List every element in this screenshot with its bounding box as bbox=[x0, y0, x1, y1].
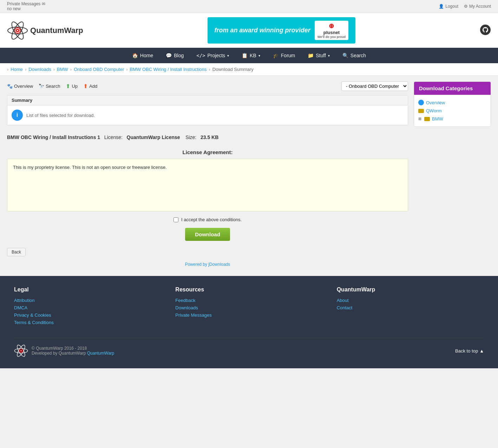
breadcrumb-downloads[interactable]: Downloads bbox=[28, 67, 51, 72]
accept-checkbox[interactable] bbox=[173, 217, 178, 222]
home-icon: 🏠 bbox=[132, 53, 138, 58]
main-wrapper: 🐾 Overview 🔭 Search ⬆ Up ⬆ Add bbox=[0, 76, 498, 276]
kb-arrow: ▾ bbox=[258, 54, 260, 58]
footer-resources-heading: Resources bbox=[175, 286, 322, 293]
breadcrumb-sep-start: › bbox=[7, 67, 8, 72]
back-btn-row: Back bbox=[7, 248, 408, 256]
top-bar: Private Messages ✉ no new 👤 Logout ⚙ My … bbox=[0, 0, 498, 13]
content-right: Download Categories Overview QWorm ⊞ BMW bbox=[414, 81, 491, 270]
license-text: This is my proprietry license. This is n… bbox=[13, 165, 167, 170]
no-new-label: no new bbox=[7, 6, 21, 11]
summary-content: i List of files selected for download. bbox=[7, 105, 408, 125]
size-value: 23.5 KB bbox=[201, 134, 218, 140]
bmw-folder-icon bbox=[424, 117, 430, 121]
footer: Legal Attribution DMCA Privacy & Cookies… bbox=[0, 276, 498, 368]
nav-forum[interactable]: 🎓 Forum bbox=[267, 48, 301, 63]
powered-by: Powered by jDownloads bbox=[7, 262, 408, 267]
up-action[interactable]: ⬆ Up bbox=[66, 83, 78, 90]
nav-blog[interactable]: 💬 Blog bbox=[160, 48, 189, 63]
info-icon: i bbox=[12, 110, 23, 121]
footer-about[interactable]: About bbox=[337, 298, 484, 303]
breadcrumb-onboard[interactable]: Onboard OBD Computer bbox=[74, 67, 124, 72]
summary-info-text: List of files selected for download. bbox=[26, 113, 95, 118]
nav-search[interactable]: 🔍 Search bbox=[337, 48, 372, 63]
license-heading: License Agreement: bbox=[7, 149, 408, 155]
footer-feedback[interactable]: Feedback bbox=[175, 298, 322, 303]
download-button[interactable]: Download bbox=[185, 228, 230, 241]
bmw-expand-icon[interactable]: ⊞ bbox=[418, 117, 421, 121]
search-action[interactable]: 🔭 Search bbox=[39, 83, 60, 90]
overview-action[interactable]: 🐾 Overview bbox=[7, 83, 33, 90]
ad-banner: from an award winning provider ⊕ plusnet… bbox=[208, 17, 356, 44]
cat-qworm-link[interactable]: QWorm bbox=[426, 108, 442, 113]
qworm-folder-icon bbox=[418, 109, 424, 113]
footer-private-messages[interactable]: Private Messages bbox=[175, 312, 322, 318]
nav-kb[interactable]: 📋 KB ▾ bbox=[236, 48, 266, 63]
projects-icon: </> bbox=[196, 53, 205, 58]
back-button[interactable]: Back bbox=[7, 248, 26, 256]
accept-row: I accept the above conditions. bbox=[7, 217, 408, 222]
stuff-arrow: ▾ bbox=[328, 54, 330, 58]
overview-cat-icon bbox=[418, 100, 424, 105]
svg-point-12 bbox=[21, 350, 22, 351]
my-account-link[interactable]: ⚙ My Account bbox=[464, 4, 491, 9]
gear-icon: ⚙ bbox=[464, 4, 468, 9]
github-link[interactable] bbox=[480, 24, 491, 37]
summary-header: Summary bbox=[7, 95, 408, 105]
content-area: 🐾 Overview 🔭 Search ⬆ Up ⬆ Add bbox=[7, 81, 491, 270]
footer-legal: Legal Attribution DMCA Privacy & Cookies… bbox=[14, 286, 161, 327]
footer-attribution[interactable]: Attribution bbox=[14, 298, 161, 303]
add-action[interactable]: ⬆ Add bbox=[83, 83, 97, 90]
svg-point-6 bbox=[480, 25, 491, 35]
cat-overview-link[interactable]: Overview bbox=[426, 100, 445, 105]
footer-privacy[interactable]: Privacy & Cookies bbox=[14, 312, 161, 318]
footer-developer-link[interactable]: QuantumWarp bbox=[87, 351, 114, 356]
kb-icon: 📋 bbox=[242, 53, 248, 58]
nav-stuff[interactable]: 📁 Stuff ▾ bbox=[302, 48, 335, 63]
content-left: 🐾 Overview 🔭 Search ⬆ Up ⬆ Add bbox=[7, 81, 408, 270]
forum-icon: 🎓 bbox=[273, 53, 279, 58]
footer-logo-area: © QuantumWarp 2016 - 2018 Developed by Q… bbox=[14, 344, 114, 358]
breadcrumb: › Home › Downloads › BMW › Onboard OBD C… bbox=[7, 67, 491, 72]
breadcrumb-current: Download Summary bbox=[212, 67, 254, 72]
accept-label: I accept the above conditions. bbox=[181, 217, 242, 222]
footer-legal-heading: Legal bbox=[14, 286, 161, 293]
search-nav-icon: 🔍 bbox=[342, 53, 348, 58]
breadcrumb-bar: › Home › Downloads › BMW › Onboard OBD C… bbox=[0, 63, 498, 76]
footer-quantumwarp: QuantumWarp About Contact bbox=[337, 286, 484, 327]
file-name: BMW OBC Wiring / Install Instructions 1 bbox=[7, 134, 100, 140]
stuff-icon: 📁 bbox=[308, 53, 314, 58]
plusnet-badge: ⊕ plusnet We'll do you proud bbox=[315, 21, 348, 40]
download-btn-row: Download bbox=[7, 228, 408, 241]
github-icon bbox=[480, 24, 491, 35]
top-bar-right: 👤 Logout ⚙ My Account bbox=[439, 4, 491, 9]
nav-projects[interactable]: </> Projects ▾ bbox=[191, 48, 235, 63]
private-messages-link[interactable]: Private Messages ✉ bbox=[7, 1, 45, 6]
cat-bmw-link[interactable]: BMW bbox=[432, 116, 443, 121]
footer-terms[interactable]: Terms & Conditions bbox=[14, 320, 161, 325]
nav-home[interactable]: 🏠 Home bbox=[126, 48, 159, 63]
breadcrumb-bmw-obc[interactable]: BMW OBC Wiring / Install Instructions bbox=[130, 67, 207, 72]
up-icon: ⬆ bbox=[66, 83, 70, 90]
header: QuantumWarp from an award winning provid… bbox=[0, 13, 498, 48]
category-dropdown[interactable]: - Onboard OBD Computer bbox=[341, 81, 408, 91]
footer-dmca[interactable]: DMCA bbox=[14, 305, 161, 310]
blog-icon: 💬 bbox=[166, 53, 172, 58]
footer-downloads[interactable]: Downloads bbox=[175, 305, 322, 310]
logout-link[interactable]: 👤 Logout bbox=[439, 4, 458, 9]
nav-inner: 🏠 Home 💬 Blog </> Projects ▾ 📋 KB ▾ 🎓 Fo… bbox=[126, 48, 372, 63]
footer-bottom: © QuantumWarp 2016 - 2018 Developed by Q… bbox=[14, 338, 484, 358]
breadcrumb-bmw[interactable]: BMW bbox=[57, 67, 68, 72]
footer-columns: Legal Attribution DMCA Privacy & Cookies… bbox=[14, 286, 484, 327]
top-bar-left: Private Messages ✉ no new bbox=[7, 1, 45, 11]
cat-qworm: QWorm bbox=[418, 107, 487, 115]
license-box: This is my proprietry license. This is n… bbox=[7, 159, 408, 211]
footer-logo-icon bbox=[14, 344, 28, 358]
svg-point-5 bbox=[17, 30, 18, 31]
powered-by-link[interactable]: Powered by jDownloads bbox=[185, 262, 230, 267]
file-info: BMW OBC Wiring / Install Instructions 1 … bbox=[7, 131, 408, 144]
footer-contact[interactable]: Contact bbox=[337, 305, 484, 310]
download-categories: Download Categories Overview QWorm ⊞ BMW bbox=[414, 81, 491, 127]
back-to-top[interactable]: Back to top ▲ bbox=[455, 348, 484, 354]
breadcrumb-home[interactable]: Home bbox=[11, 67, 23, 72]
